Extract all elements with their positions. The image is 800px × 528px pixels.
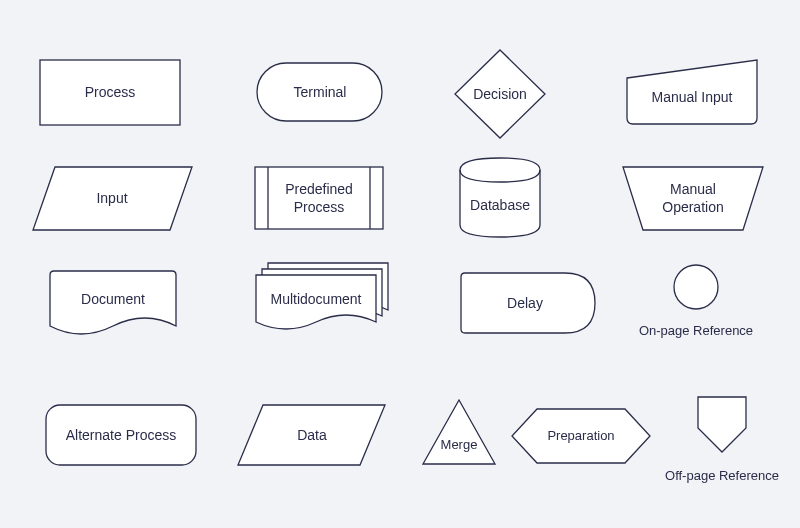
shape-document: Document	[50, 271, 176, 334]
label-altproc: Alternate Process	[66, 427, 177, 443]
label-multidocument: Multidocument	[270, 291, 361, 307]
shape-manual-input: Manual Input	[627, 60, 757, 124]
flowchart-shapes-diagram: Process Terminal Decision Manual Input I…	[0, 0, 800, 528]
shape-predefined-process: Predefined Process	[255, 167, 383, 229]
shape-decision: Decision	[455, 50, 545, 138]
shape-offpage-reference: Off-page Reference	[665, 397, 779, 483]
label-predef2: Process	[294, 199, 345, 215]
shape-process: Process	[40, 60, 180, 125]
shape-input: Input	[33, 167, 192, 230]
label-terminal: Terminal	[294, 84, 347, 100]
label-decision: Decision	[473, 86, 527, 102]
svg-point-5	[674, 265, 718, 309]
label-onpage: On-page Reference	[639, 323, 753, 338]
shape-merge: Merge	[423, 400, 495, 464]
label-manop1: Manual	[670, 181, 716, 197]
shape-manual-operation: Manual Operation	[623, 167, 763, 230]
shape-onpage-reference: On-page Reference	[639, 265, 753, 338]
shape-terminal: Terminal	[257, 63, 382, 121]
shape-alternate-process: Alternate Process	[46, 405, 196, 465]
shape-delay: Delay	[461, 273, 595, 333]
shape-preparation: Preparation	[512, 409, 650, 463]
label-merge: Merge	[441, 437, 478, 452]
shape-multidocument: Multidocument	[256, 263, 388, 329]
label-delay: Delay	[507, 295, 543, 311]
label-offpage: Off-page Reference	[665, 468, 779, 483]
label-manual-input: Manual Input	[652, 89, 733, 105]
label-input: Input	[96, 190, 127, 206]
shape-database: Database	[460, 158, 540, 237]
label-predef1: Predefined	[285, 181, 353, 197]
label-process: Process	[85, 84, 136, 100]
shape-data: Data	[238, 405, 385, 465]
label-database: Database	[470, 197, 530, 213]
label-data: Data	[297, 427, 327, 443]
label-manop2: Operation	[662, 199, 723, 215]
label-document: Document	[81, 291, 145, 307]
label-preparation: Preparation	[547, 428, 614, 443]
